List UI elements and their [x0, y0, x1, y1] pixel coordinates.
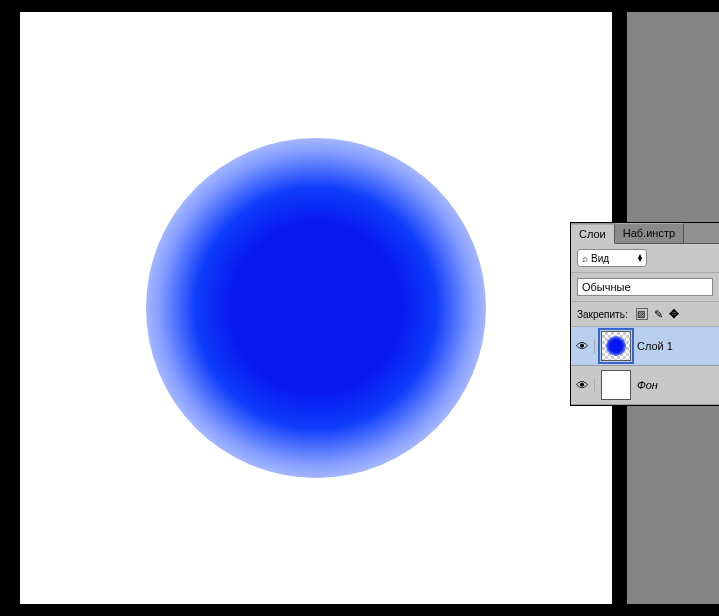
- canvas[interactable]: [20, 12, 612, 604]
- layer-item-background[interactable]: 👁 Фон: [571, 366, 719, 405]
- layers-panel: Слои Наб.инстр ⌕ Вид ▴▾ Обычные Закрепит…: [570, 222, 719, 406]
- blend-mode-row: Обычные: [571, 273, 719, 302]
- search-row: ⌕ Вид ▴▾: [571, 244, 719, 273]
- lock-transparent-icon[interactable]: ▨: [636, 308, 648, 320]
- tab-layers[interactable]: Слои: [571, 224, 615, 244]
- layer-thumbnail[interactable]: [601, 331, 631, 361]
- tab-presets[interactable]: Наб.инстр: [615, 223, 684, 243]
- panel-tabs: Слои Наб.инстр: [571, 223, 719, 244]
- layer-thumbnail[interactable]: [601, 370, 631, 400]
- lock-row: Закрепить: ▨ ✎ ✥: [571, 302, 719, 327]
- eye-icon: 👁: [576, 378, 589, 393]
- layer-filter-dropdown[interactable]: ⌕ Вид ▴▾: [577, 249, 647, 267]
- visibility-toggle[interactable]: 👁: [575, 378, 595, 393]
- search-icon: ⌕: [582, 253, 588, 264]
- thumb-circle: [606, 336, 626, 356]
- eye-icon: 👁: [576, 339, 589, 354]
- layer-name[interactable]: Слой 1: [637, 340, 673, 352]
- layer-name[interactable]: Фон: [637, 379, 658, 391]
- canvas-artwork-circle: [146, 138, 486, 478]
- visibility-toggle[interactable]: 👁: [575, 339, 595, 354]
- layer-item-1[interactable]: 👁 Слой 1: [571, 327, 719, 366]
- blend-mode-dropdown[interactable]: Обычные: [577, 278, 713, 296]
- lock-label: Закрепить:: [577, 309, 628, 320]
- dropdown-arrows-icon: ▴▾: [638, 254, 642, 262]
- filter-label: Вид: [591, 253, 609, 264]
- lock-icons: ▨ ✎ ✥: [636, 307, 679, 321]
- layer-list: 👁 Слой 1 👁 Фон: [571, 327, 719, 405]
- lock-position-icon[interactable]: ✥: [669, 307, 679, 321]
- lock-pixels-icon[interactable]: ✎: [654, 308, 663, 321]
